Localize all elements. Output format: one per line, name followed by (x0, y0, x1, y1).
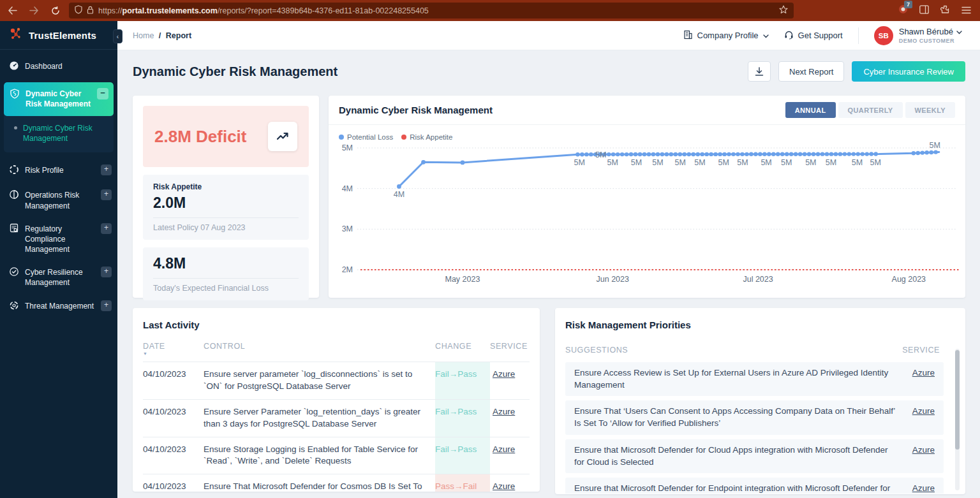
column-header-service[interactable]: SERVICE (490, 338, 530, 362)
service-link[interactable]: Azure (912, 444, 935, 456)
cell-change: Fail→Pass (435, 362, 490, 400)
cell-service: Azure (490, 399, 530, 437)
legend-dot-icon (401, 135, 406, 140)
expand-plus-icon[interactable]: + (101, 300, 112, 311)
back-icon[interactable] (8, 6, 17, 15)
svg-text:4M: 4M (394, 190, 405, 199)
cell-date: 04/10/2023 (143, 399, 204, 437)
menu-hamburger-icon[interactable] (961, 5, 971, 17)
cell-service: Azure (490, 437, 530, 474)
tab-quarterly[interactable]: QUARTERLY (838, 102, 903, 118)
sidebar-item-dashboard[interactable]: Dashboard (0, 55, 117, 80)
trend-button[interactable] (268, 122, 297, 151)
cell-change: Pass→Fail (435, 474, 490, 492)
svg-text:5M: 5M (718, 158, 729, 167)
column-header-date[interactable]: DATE▼ (143, 338, 204, 362)
suggestion-text: Ensure that Microsoft Defender for Cloud… (574, 444, 912, 468)
legend-item: Potential Loss (339, 133, 393, 141)
expand-plus-icon[interactable]: + (101, 267, 112, 277)
reload-icon[interactable] (51, 6, 60, 15)
column-header-control[interactable]: CONTROL (204, 338, 435, 362)
get-support-button[interactable]: Get Support (784, 30, 843, 41)
service-link[interactable]: Azure (493, 444, 515, 454)
sidebar-item-threat-management[interactable]: Threat Management + (0, 295, 117, 319)
company-profile-menu[interactable]: Company Profile (683, 30, 769, 41)
topbar: Home / Report Company Profile Get Suppor… (117, 21, 980, 50)
collapse-minus-icon[interactable]: − (97, 88, 108, 99)
user-menu[interactable]: SB Shawn Bérubé DEMO CUSTOMER (874, 26, 962, 45)
svg-text:Jun 2023: Jun 2023 (597, 275, 629, 284)
url-bar[interactable]: https://portal.trustelements.com/reports… (69, 3, 794, 18)
legend-dot-icon (339, 135, 344, 140)
svg-text:5M: 5M (607, 158, 618, 167)
cell-service: Azure (490, 362, 530, 400)
download-button[interactable] (748, 61, 771, 82)
service-link[interactable]: Azure (493, 481, 515, 491)
chart-period-tabs: ANNUALQUARTERLYWEEKLY (785, 102, 955, 118)
cell-control: Ensure Storage Logging is Enabled for Ta… (204, 437, 435, 474)
sidebar-item-operations-risk[interactable]: Operations Risk Management + (0, 184, 117, 217)
sidebar-subitem-dynamic-cyber-risk[interactable]: Dynamic Cyber Risk Management (4, 116, 114, 153)
sidebar-item-cyber-resilience[interactable]: Cyber Resilience Management + (0, 261, 117, 294)
service-link[interactable]: Azure (912, 482, 935, 494)
cell-control: Ensure Server Parameter `log_retention_d… (204, 399, 435, 437)
brand-name: TrustElements (29, 30, 96, 41)
svg-text:3M: 3M (342, 224, 353, 233)
sidebar-item-label: Regulatory Compliance Management (25, 224, 102, 255)
service-link[interactable]: Azure (912, 367, 935, 379)
suggestion-text: Ensure that Microsoft Defender for Endpo… (574, 482, 912, 494)
service-link[interactable]: Azure (493, 407, 515, 416)
cell-date: 04/10/2023 (143, 362, 204, 400)
cyber-insurance-review-button[interactable]: Cyber Insurance Review (852, 61, 965, 82)
expand-plus-icon[interactable]: + (101, 165, 112, 175)
expand-plus-icon[interactable]: + (101, 223, 112, 234)
extensions-puzzle-icon[interactable] (940, 4, 950, 17)
sidebar-toggle-icon[interactable] (919, 5, 929, 17)
chart-legend: Potential LossRisk Appetite (329, 125, 965, 141)
forward-icon[interactable] (29, 6, 39, 15)
deficit-value: 2.8M Deficit (154, 127, 247, 147)
cell-service: Azure (490, 474, 530, 492)
priorities-title: Risk Management Priorities (565, 319, 959, 330)
next-report-button[interactable]: Next Report (778, 61, 844, 82)
tab-annual[interactable]: ANNUAL (785, 102, 836, 118)
tab-weekly[interactable]: WEEKLY (905, 102, 955, 118)
priorities-header: SUGGESTIONS SERVICE (565, 338, 959, 362)
expand-plus-icon[interactable]: + (101, 189, 112, 200)
svg-text:5M: 5M (737, 158, 748, 167)
svg-text:5M: 5M (852, 158, 863, 167)
suggestion-text: Ensure That ‘Users Can Consent to Apps A… (574, 405, 912, 429)
table-row: 04/10/2023Ensure server parameter `log_d… (143, 362, 530, 400)
scrollbar-thumb[interactable] (955, 350, 960, 450)
expected-loss-note: Today's Expected Financial Loss (153, 284, 299, 293)
lock-icon[interactable] (87, 6, 94, 16)
sidebar-item-label: Threat Management (25, 301, 94, 311)
service-link[interactable]: Azure (912, 405, 935, 417)
sidebar-item-regulatory-compliance[interactable]: Regulatory Compliance Management + (0, 217, 117, 261)
brand-logo[interactable]: TrustElements (0, 21, 117, 50)
table-row: 04/10/2023Ensure Server Parameter `log_r… (143, 399, 530, 437)
tracking-shield-icon[interactable] (75, 5, 82, 16)
shield-check-icon (9, 267, 19, 279)
chart-card: Dynamic Cyber Risk Management ANNUALQUAR… (329, 96, 965, 298)
extension-icon[interactable]: 7 (898, 4, 908, 17)
bookmark-star-icon[interactable] (779, 5, 788, 16)
svg-text:5M: 5M (631, 158, 642, 167)
svg-text:Aug 2023: Aug 2023 (892, 275, 926, 284)
browser-toolbar: https://portal.trustelements.com/reports… (0, 0, 980, 21)
cell-control: Ensure server parameter `log_disconnecti… (204, 362, 435, 400)
breadcrumb-home[interactable]: Home (133, 31, 154, 40)
extension-badge: 7 (904, 1, 912, 8)
svg-text:5M: 5M (805, 158, 816, 167)
sidebar-item-risk-profile[interactable]: Risk Profile + (0, 159, 117, 184)
sidebar-subitem-label: Dynamic Cyber Risk Management (23, 123, 106, 145)
list-item: Ensure that Microsoft Defender for Cloud… (565, 439, 944, 473)
service-link[interactable]: Azure (493, 369, 515, 379)
sidebar-nav: Dashboard Dynamic Cyber Risk Management … (0, 50, 117, 319)
column-header-change[interactable]: CHANGE (435, 338, 490, 362)
table-row: 04/10/2023Ensure That Microsoft Defender… (143, 474, 530, 492)
headset-icon (784, 30, 794, 41)
list-item: Ensure That ‘Users Can Consent to Apps A… (565, 400, 944, 434)
sidebar-item-dynamic-cyber-risk[interactable]: Dynamic Cyber Risk Management − (4, 82, 114, 115)
sidebar-collapse-button[interactable]: ‹ (113, 29, 122, 43)
